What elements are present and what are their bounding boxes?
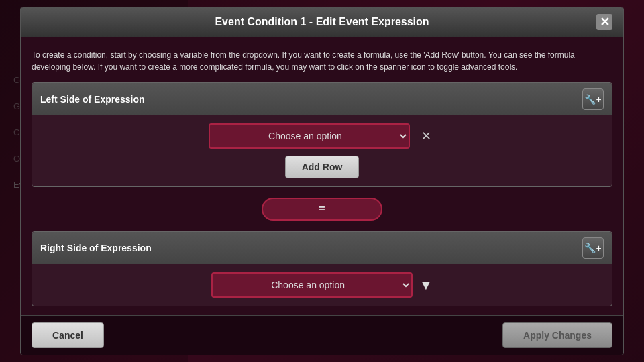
right-expression-title: Right Side of Expression	[40, 243, 152, 253]
modal-body: To create a condition, start by choosing…	[21, 37, 623, 315]
right-wrench-button[interactable]: 🔧+	[582, 237, 604, 259]
modal-close-button[interactable]: ✕	[596, 14, 612, 30]
right-expression-body: Choose an option ▼	[32, 264, 612, 306]
add-row-button[interactable]: Add Row	[285, 156, 360, 178]
left-expression-body: Choose an option ✕ Add Row	[32, 115, 612, 186]
modal-dialog: Event Condition 1 - Edit Event Expressio…	[20, 7, 624, 355]
right-expression-header: Right Side of Expression 🔧+	[32, 232, 612, 264]
left-dropdown-row: Choose an option ✕	[43, 123, 601, 149]
left-expression-header: Left Side of Expression 🔧+	[32, 83, 612, 115]
left-expression-title: Left Side of Expression	[40, 94, 145, 105]
chevron-down-icon: ▼	[419, 278, 433, 293]
cancel-button[interactable]: Cancel	[32, 322, 104, 348]
right-expression-section: Right Side of Expression 🔧+ Choose an op…	[32, 231, 612, 306]
modal-title: Event Condition 1 - Edit Event Expressio…	[48, 16, 596, 28]
equals-label: =	[319, 203, 325, 215]
modal-footer: Cancel Apply Changes	[21, 315, 623, 355]
left-expression-section: Left Side of Expression 🔧+ Choose an opt…	[32, 82, 612, 187]
right-dropdown[interactable]: Choose an option	[211, 272, 413, 298]
apply-changes-button[interactable]: Apply Changes	[502, 322, 612, 348]
left-clear-button[interactable]: ✕	[417, 127, 435, 145]
modal-description: To create a condition, start by choosing…	[32, 46, 612, 76]
right-wrench-icon: 🔧+	[584, 243, 601, 253]
right-dropdown-row: Choose an option ▼	[43, 272, 601, 298]
modal-overlay: Event Condition 1 - Edit Event Expressio…	[0, 0, 644, 362]
left-dropdown[interactable]: Choose an option	[209, 123, 410, 149]
formula-pill: =	[262, 198, 382, 221]
left-wrench-button[interactable]: 🔧+	[582, 88, 604, 110]
modal-header: Event Condition 1 - Edit Event Expressio…	[21, 7, 623, 37]
formula-connector: =	[32, 194, 612, 225]
wrench-icon: 🔧+	[584, 94, 601, 105]
